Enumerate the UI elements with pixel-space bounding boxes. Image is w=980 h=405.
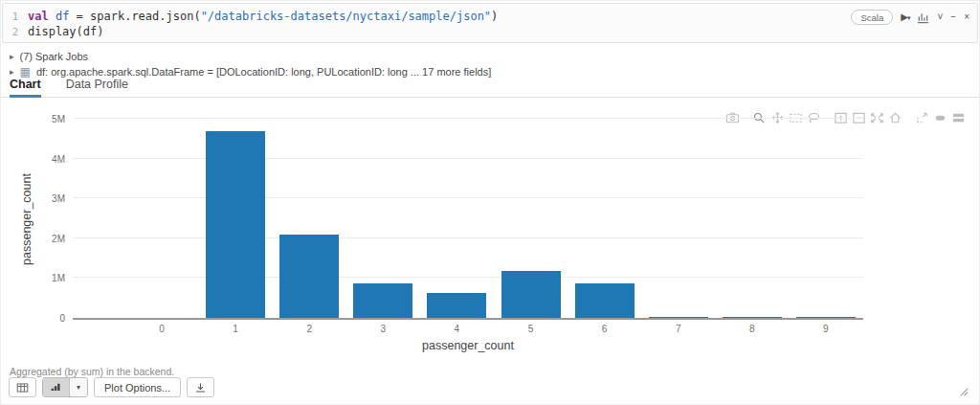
table-view-icon: [16, 382, 29, 394]
chart-view-split-button: ▾: [42, 377, 88, 397]
close-cell-button[interactable]: ×: [964, 11, 969, 24]
code-editor[interactable]: 1val df = spark.read.json("/databricks-d…: [2, 3, 978, 43]
y-tick-label: 5M: [33, 114, 65, 124]
download-icon: [194, 382, 207, 394]
code-token: val: [28, 10, 56, 23]
x-tick-label: 4: [437, 324, 476, 334]
toggle-spikelines-icon[interactable]: [915, 111, 929, 124]
reset-axes-icon[interactable]: [888, 111, 902, 124]
bar-9[interactable]: [796, 317, 856, 318]
x-tick-label: 1: [216, 324, 255, 334]
y-axis-title: passenger_count: [20, 173, 33, 265]
gridline: [73, 277, 863, 278]
bar-1[interactable]: [206, 131, 265, 318]
chart-area: passenger_count passenger_count 01M2M3M4…: [1, 98, 979, 366]
expand-arrow-icon[interactable]: ▸: [10, 52, 14, 61]
plot-options-button[interactable]: Plot Options...: [94, 377, 181, 397]
code-token: df: [56, 10, 69, 23]
bar-2[interactable]: [279, 235, 339, 318]
table-view-button[interactable]: [9, 377, 36, 397]
bar-4[interactable]: [427, 293, 486, 318]
spark-jobs-label: (7) Spark Jobs: [20, 51, 89, 62]
x-tick-label: 9: [807, 324, 845, 334]
plot-area[interactable]: passenger_count passenger_count 01M2M3M4…: [73, 121, 863, 320]
hover-compare-icon[interactable]: [951, 111, 966, 124]
x-tick-label: 2: [290, 324, 328, 334]
gridline: [73, 158, 863, 159]
code-token: = spark.read.json(: [69, 10, 200, 23]
x-axis-title: passenger_count: [422, 339, 514, 352]
x-tick-label: 0: [143, 324, 181, 334]
expand-arrow-icon[interactable]: ▸: [10, 67, 14, 77]
bar-5[interactable]: [501, 271, 561, 318]
gridline: [73, 237, 863, 238]
result-toolbar: ▾ Plot Options...: [9, 377, 214, 397]
dataframe-row[interactable]: ▸ ▦ df: org.apache.spark.sql.DataFrame =…: [10, 65, 491, 79]
run-cell-button[interactable]: ▶▾: [901, 11, 909, 25]
collapse-cell-button[interactable]: ˅: [937, 11, 943, 24]
minimize-cell-button[interactable]: −: [950, 11, 956, 24]
cell-controls: Scala ▶▾ ˅ − ×: [851, 10, 969, 25]
line-number: 2: [3, 24, 28, 39]
resize-handle[interactable]: [960, 383, 969, 400]
code-token: ): [491, 10, 498, 23]
code-lines: 1val df = spark.read.json("/databricks-d…: [3, 4, 977, 39]
x-tick-label: 6: [586, 324, 624, 334]
y-tick-label: 0: [33, 313, 65, 324]
bar-8[interactable]: [723, 317, 782, 318]
y-tick-label: 3M: [33, 193, 65, 204]
spark-jobs-row[interactable]: ▸ (7) Spark Jobs: [10, 51, 88, 62]
code-token: "/databricks-datasets/nyctaxi/sample/jso…: [201, 10, 491, 23]
run-caret-icon: ▾: [907, 14, 910, 21]
y-tick-label: 1M: [33, 273, 65, 283]
cell-chart-icon[interactable]: [917, 11, 929, 24]
gridline: [73, 118, 863, 119]
code-line[interactable]: 2display(df): [3, 24, 977, 39]
bar-7[interactable]: [649, 317, 708, 318]
x-tick-label: 8: [733, 324, 771, 334]
x-tick-label: 7: [659, 324, 698, 334]
notebook-cell: 1val df = spark.read.json("/databricks-d…: [0, 0, 980, 405]
aggregation-note: Aggregated (by sum) in the backend.: [10, 366, 174, 377]
chart-view-button[interactable]: [43, 378, 69, 396]
result-tabs: Chart Data Profile: [1, 78, 979, 98]
download-result-button[interactable]: [187, 377, 214, 397]
bar-6[interactable]: [575, 283, 635, 318]
code-line[interactable]: 1val df = spark.read.json("/databricks-d…: [3, 9, 977, 24]
line-number: 1: [3, 9, 28, 24]
bar-3[interactable]: [353, 283, 412, 318]
y-tick-label: 4M: [33, 154, 65, 165]
chart-type-caret[interactable]: ▾: [69, 378, 87, 396]
tab-chart[interactable]: Chart: [10, 78, 41, 98]
x-tick-label: 3: [364, 324, 402, 334]
table-icon: ▦: [20, 65, 31, 79]
x-tick-label: 5: [512, 324, 550, 334]
code-token: display(df): [28, 25, 103, 38]
y-tick-label: 2M: [33, 234, 65, 244]
hover-closest-icon[interactable]: [933, 111, 947, 124]
language-badge[interactable]: Scala: [851, 10, 893, 25]
bar-chart-icon: [50, 379, 62, 396]
gridline: [73, 197, 863, 198]
dataframe-label: df: org.apache.spark.sql.DataFrame = [DO…: [36, 66, 491, 78]
tab-data-profile[interactable]: Data Profile: [66, 78, 128, 98]
autoscale-icon[interactable]: [870, 111, 884, 124]
